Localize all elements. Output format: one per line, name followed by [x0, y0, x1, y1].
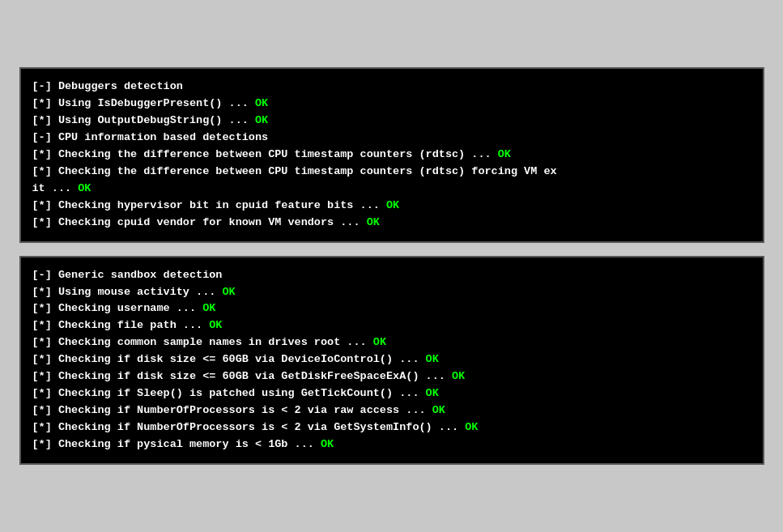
terminal-line: [-] CPU information based detections — [32, 130, 751, 147]
terminal-line: [*] Checking username ... OK — [32, 300, 751, 317]
terminal-line: [*] Checking if NumberOfProcessors is < … — [32, 402, 751, 419]
terminal-line: [*] Checking cpuid vendor for known VM v… — [32, 215, 751, 232]
terminal-line: [*] Using OutputDebugString() ... OK — [32, 113, 751, 130]
terminal-line: it ... OK — [32, 181, 751, 198]
terminal-box-2: [-] Generic sandbox detection[*] Using m… — [19, 256, 764, 465]
terminal-line: [*] Checking if Sleep() is patched using… — [32, 385, 751, 402]
terminal-line: [-] Generic sandbox detection — [32, 267, 751, 284]
terminal-line: [*] Using IsDebuggerPresent() ... OK — [32, 96, 751, 113]
terminal-box-1: [-] Debuggers detection[*] Using IsDebug… — [19, 67, 764, 242]
terminal-line: [*] Checking file path ... OK — [32, 317, 751, 334]
terminal-line: [*] Checking if disk size <= 60GB via De… — [32, 351, 751, 368]
terminal-line: [-] Debuggers detection — [32, 79, 751, 96]
terminal-line: [*] Using mouse activity ... OK — [32, 284, 751, 301]
terminal-line: [*] Checking if pysical memory is < 1Gb … — [32, 436, 751, 453]
terminal-line: [*] Checking the difference between CPU … — [32, 164, 751, 181]
terminal-line: [*] Checking common sample names in driv… — [32, 334, 751, 351]
terminal-line: [*] Checking if NumberOfProcessors is < … — [32, 419, 751, 436]
terminal-line: [*] Checking if disk size <= 60GB via Ge… — [32, 368, 751, 385]
terminal-line: [*] Checking the difference between CPU … — [32, 147, 751, 164]
terminal-line: [*] Checking hypervisor bit in cpuid fea… — [32, 198, 751, 215]
